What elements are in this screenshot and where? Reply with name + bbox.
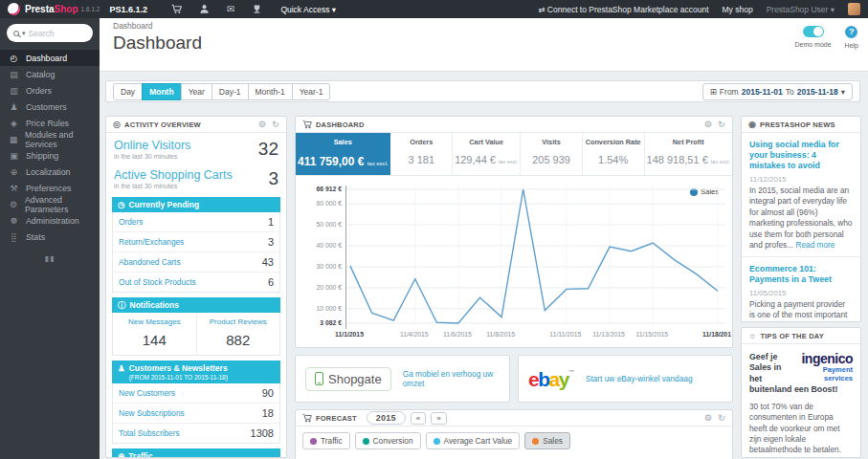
chart-y-axis: 66 912 €60 000 €50 000 €40 000 €30 000 €… xyxy=(303,186,345,329)
sidebar-collapse-handle[interactable]: ▮▮ xyxy=(0,254,100,263)
forecast-legend-traffic[interactable]: Traffic xyxy=(302,432,350,449)
dashboard-icon: ◴ xyxy=(9,54,19,63)
sidebar-item-label: Advanced Parameters xyxy=(25,195,100,214)
kpi-row: Sales 411 759,00 € tax excl. Orders 3 18… xyxy=(296,133,732,176)
read-more-link[interactable]: Read more xyxy=(795,240,835,250)
ebay-ad-link[interactable]: Start uw eBay-winkel vandaag xyxy=(586,374,693,383)
user-avatar[interactable] xyxy=(848,3,860,15)
sidebar-item-modules[interactable]: ▦Modules and Services xyxy=(0,131,100,147)
shopgate-ad-card[interactable]: Shopgate Ga mobiel en verhoog uw omzet xyxy=(295,355,510,403)
customers-title: Customers & Newsletters xyxy=(129,363,228,373)
gear-icon[interactable]: ⚙ xyxy=(704,413,712,423)
sidebar-item-shipping[interactable]: ▣Shipping xyxy=(0,147,100,164)
forecast-legend-conversion[interactable]: Conversion xyxy=(355,432,421,449)
range-month-1-button[interactable]: Month-1 xyxy=(248,83,293,100)
kpi-orders[interactable]: Orders 3 181 xyxy=(390,133,453,175)
activity-panel-title: ACTIVITY OVERVIEW xyxy=(124,120,201,129)
sidebar-search[interactable]: ▾ xyxy=(7,24,93,42)
traffic-dot-icon xyxy=(310,438,317,445)
refresh-icon[interactable]: ↻ xyxy=(718,120,725,129)
news-article-title[interactable]: Using social media for your business: 4 … xyxy=(749,140,853,171)
y-axis-tick-label: 50 000 € xyxy=(317,221,342,228)
sidebar-item-stats[interactable]: ⣿Stats xyxy=(0,229,100,245)
new-messages-cell[interactable]: New Messages 144 xyxy=(113,313,196,355)
sidebar-item-localization[interactable]: ⊕Localization xyxy=(0,164,100,180)
x-axis-tick-label: 11/1/2015 xyxy=(335,331,364,338)
help-icon[interactable]: ? xyxy=(845,26,857,38)
gear-icon[interactable]: ⚙ xyxy=(704,120,712,129)
refresh-icon[interactable]: ↻ xyxy=(272,120,279,129)
active-carts-metric[interactable]: Active Shopping Carts in the last 30 min… xyxy=(106,163,286,192)
ingenico-logo: ingenico Paymentservices xyxy=(793,352,853,382)
sidebar-item-administration[interactable]: ☸Administration xyxy=(0,212,100,229)
kpi-visits[interactable]: Visits 205 939 xyxy=(521,133,583,175)
pending-row-out-of-stock[interactable]: Out of Stock Products6 xyxy=(113,273,279,292)
y-axis-tick-label: 40 000 € xyxy=(317,242,342,249)
range-year-button[interactable]: Year xyxy=(181,83,212,100)
pending-row-orders[interactable]: Orders1 xyxy=(113,212,279,232)
shipping-icon: ▣ xyxy=(9,151,19,161)
sidebar-item-preferences[interactable]: ⚒Preferences xyxy=(0,180,100,196)
breadcrumb[interactable]: Dashboard xyxy=(113,21,855,31)
my-shop-link[interactable]: My shop xyxy=(723,5,753,14)
y-axis-tick-label: 66 912 € xyxy=(317,186,342,192)
demo-mode-control: Demo mode xyxy=(794,26,831,49)
sidebar-item-orders[interactable]: ▥Orders xyxy=(0,82,100,98)
row-total-subscribers[interactable]: Total Subscribers1308 xyxy=(113,424,279,443)
sidebar-item-advanced-parameters[interactable]: ⚙Advanced Parameters xyxy=(0,196,100,212)
ebay-ad-card[interactable]: ebay™ Start uw eBay-winkel vandaag xyxy=(518,355,733,403)
sidebar-item-customers[interactable]: ♟Customers xyxy=(0,98,100,115)
sidebar-item-label: Administration xyxy=(26,216,79,226)
user-menu[interactable]: PrestaShop User ▾ xyxy=(767,5,835,14)
sidebar-item-price-rules[interactable]: ◈Price Rules xyxy=(0,115,100,131)
messages-icon[interactable]: ✉ xyxy=(227,4,234,14)
localization-icon: ⊕ xyxy=(9,167,19,177)
range-button-group: Day Month Year Day-1 Month-1 Year-1 xyxy=(113,83,330,100)
forecast-next-button[interactable]: » xyxy=(431,412,446,425)
prestashop-logo-icon xyxy=(8,3,20,15)
range-day-button[interactable]: Day xyxy=(113,83,143,100)
average-cart-value-dot-icon xyxy=(434,438,440,445)
kpi-net-profit[interactable]: Net Profit 148 918,51 € tax excl. xyxy=(645,133,732,175)
kpi-cart-value[interactable]: Cart Value 129,44 € tax excl. xyxy=(453,133,521,175)
chevron-down-icon: ▾ xyxy=(841,87,845,97)
news-article-title[interactable]: Ecommerce 101: Payments in a Tweet xyxy=(749,264,853,285)
date-range-picker[interactable]: ⊞ From 2015-11-01 To 2015-11-18 ▾ xyxy=(702,83,853,100)
forecast-legend-sales[interactable]: Sales xyxy=(524,432,570,449)
row-new-customers[interactable]: New Customers90 xyxy=(113,383,279,404)
x-axis-tick-label: 11/15/2015 xyxy=(635,331,668,338)
trophy-icon[interactable] xyxy=(252,4,262,15)
marketplace-link[interactable]: ⇄ Connect to PrestaShop Marketplace acco… xyxy=(538,5,708,14)
online-visitors-metric[interactable]: Online Visitors in the last 30 minutes 3… xyxy=(106,133,286,163)
row-new-subscriptions[interactable]: New Subscriptions18 xyxy=(113,404,279,424)
news-article: Using social media for your business: 4 … xyxy=(742,133,860,256)
tips-of-the-day-panel: ☼ TIPS OF THE DAY ingenico Paymentservic… xyxy=(741,327,861,458)
kpi-conversion-rate[interactable]: Conversion Rate 1.54% xyxy=(583,133,645,175)
date-to-value: 2015-11-18 xyxy=(797,87,838,97)
product-reviews-cell[interactable]: Product Reviews 882 xyxy=(196,313,280,355)
refresh-icon[interactable]: ↻ xyxy=(718,413,725,423)
forecast-legend-average-cart-value[interactable]: Average Cart Value xyxy=(426,432,521,449)
customer-icon[interactable] xyxy=(199,4,210,15)
sidebar-item-dashboard[interactable]: ◴Dashboard xyxy=(0,50,100,66)
range-month-button[interactable]: Month xyxy=(142,83,182,100)
sidebar-item-catalog[interactable]: ▤Catalog xyxy=(0,66,100,82)
demo-mode-toggle[interactable] xyxy=(803,26,824,37)
search-input[interactable] xyxy=(29,29,84,38)
x-axis-tick-label: 11/8/2015 xyxy=(486,331,515,338)
shopgate-ad-link[interactable]: Ga mobiel en verhoog uw omzet xyxy=(403,369,500,388)
gear-icon[interactable]: ⚙ xyxy=(258,120,266,129)
kpi-sales[interactable]: Sales 411 759,00 € tax excl. xyxy=(296,133,390,175)
gauge-icon: ◎ xyxy=(113,120,121,129)
forecast-legend: Traffic Conversion Average Cart Value Sa… xyxy=(296,426,732,455)
forecast-prev-button[interactable]: « xyxy=(411,412,426,425)
currently-pending-section: ◷Currently Pending Orders1 Return/Exchan… xyxy=(112,197,280,293)
pending-row-returns[interactable]: Return/Exchanges3 xyxy=(113,232,279,252)
pending-row-abandoned-carts[interactable]: Abandoned Carts43 xyxy=(113,252,279,273)
range-day-1-button[interactable]: Day-1 xyxy=(211,83,249,100)
sidebar-item-label: Shipping xyxy=(26,151,58,161)
date-to-label: To xyxy=(786,87,794,97)
range-year-1-button[interactable]: Year-1 xyxy=(292,83,331,100)
quick-access-menu[interactable]: Quick Access ▾ xyxy=(280,5,336,14)
cart-icon[interactable] xyxy=(171,4,182,15)
